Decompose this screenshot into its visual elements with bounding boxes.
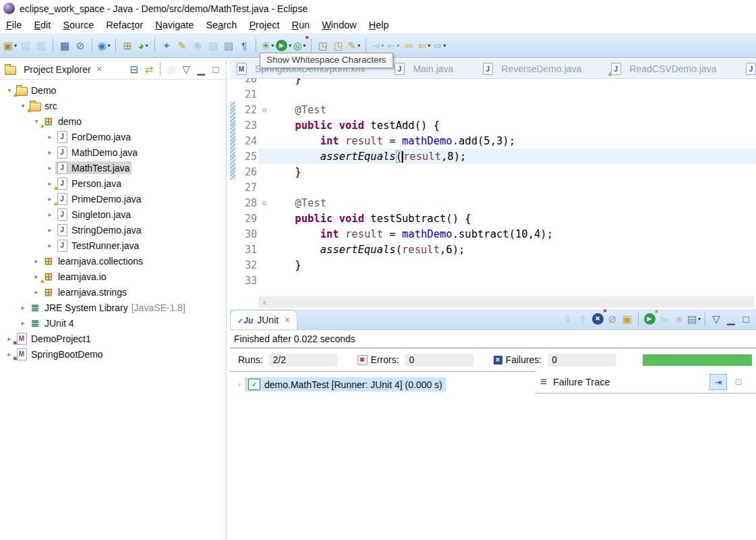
dropdown-arrow-icon[interactable]: ▾ xyxy=(14,43,17,49)
tree-item-body[interactable]: ⊞learnjava.collections xyxy=(42,254,145,267)
chevron-right-icon[interactable]: ▸ xyxy=(31,257,42,265)
editor-tab-replacestr[interactable]: JReplaceStr xyxy=(745,63,756,75)
dropdown-arrow-icon[interactable]: ▾ xyxy=(397,43,399,49)
tree-item-mathdemo-java[interactable]: ▸JMathDemo.java xyxy=(0,144,226,160)
dropdown-arrow-icon[interactable]: ▾ xyxy=(271,43,274,49)
maximize-icon[interactable]: □ xyxy=(738,310,753,327)
menu-window[interactable]: Window xyxy=(316,18,363,32)
chevron-right-icon[interactable]: › xyxy=(234,381,245,388)
search-icon[interactable]: ✎▾ xyxy=(347,37,361,53)
start-server-icon[interactable]: ◕▾ xyxy=(136,37,150,53)
tree-item-body[interactable]: ⊞learnjava.strings xyxy=(42,286,129,298)
show-failures-only-icon[interactable]: ✖✖ xyxy=(590,310,605,327)
code-editor[interactable]: 20 }2122⊖ @Test23 public void testAdd() … xyxy=(230,78,756,295)
tree-item-demo[interactable]: ▾▲Demo xyxy=(0,82,226,98)
code-line-28[interactable]: 28⊖ @Test xyxy=(230,195,756,211)
test-suite-row[interactable]: › ✓ demo.MathTest [Runner: JUnit 4] (0.0… xyxy=(230,377,535,392)
code-line-29[interactable]: 29 public void testSubtract() { xyxy=(230,211,756,226)
scroll-lock-icon[interactable]: ▣ xyxy=(620,310,635,327)
code-line-22[interactable]: 22⊖ @Test xyxy=(230,102,756,117)
chevron-right-icon[interactable]: ▸ xyxy=(31,288,42,296)
horizontal-scrollbar[interactable]: ‹ xyxy=(258,296,755,308)
menu-project[interactable]: Project xyxy=(243,18,285,32)
link-with-editor-icon[interactable]: ⇄ xyxy=(142,61,156,78)
debug-icon[interactable]: ✳▾ xyxy=(260,37,275,53)
tree-item-body[interactable]: ≣JRE System Library[JavaSE-1.8] xyxy=(28,301,187,314)
code-line-23[interactable]: 23 public void testAdd() { xyxy=(230,117,756,133)
collapse-all-icon[interactable]: ⊟ xyxy=(127,61,142,78)
code-line-27[interactable]: 27 xyxy=(230,180,756,195)
new-wizard-icon[interactable]: ▣▾ xyxy=(3,37,18,53)
selected-test-suite[interactable]: ✓ demo.MathTest [Runner: JUnit 4] (0.000… xyxy=(245,377,446,392)
tree-item-springbootdemo[interactable]: ▸M✖SpringBootDemo xyxy=(0,346,226,362)
menu-help[interactable]: Help xyxy=(363,18,395,32)
chevron-right-icon[interactable]: ▸ xyxy=(45,148,55,156)
open-console-icon[interactable]: ▦ xyxy=(57,37,72,53)
dropdown-arrow-icon[interactable]: ▾ xyxy=(381,43,384,49)
close-icon[interactable]: ✕ xyxy=(96,65,103,74)
tree-item-stringdemo-java[interactable]: ▸JStringDemo.java xyxy=(0,222,226,238)
tree-item-junit-4[interactable]: ▸≣JUnit 4 xyxy=(0,315,226,331)
tree-item-primedemo-java[interactable]: ▸J▲PrimeDemo.java xyxy=(0,191,226,207)
show-skipped-tests-icon[interactable]: ⊘ xyxy=(605,310,620,327)
show-whitespace-icon[interactable]: ¶ xyxy=(237,37,252,53)
tree-item-body[interactable]: ▲Demo xyxy=(15,84,58,97)
editor-tab-readcsvdemo-java[interactable]: J▲ReadCSVDemo.java xyxy=(610,63,716,75)
test-run-history-icon[interactable]: ▤▾ xyxy=(687,310,701,327)
back-icon[interactable]: ⇦▾ xyxy=(417,37,432,53)
tree-item-src[interactable]: ▾▲src xyxy=(0,98,226,113)
tree-item-body[interactable]: JMathDemo.java xyxy=(55,146,140,159)
open-web-browser-icon[interactable]: ◉▾ xyxy=(96,37,111,53)
menu-navigate[interactable]: Navigate xyxy=(149,18,200,32)
tree-item-body[interactable]: M✖SpringBootDemo xyxy=(15,348,105,360)
scroll-left-icon[interactable]: ‹ xyxy=(263,297,266,307)
tree-item-demo[interactable]: ▾⊞▲demo xyxy=(0,113,226,129)
code-line-25[interactable]: 25 assertEquals(result,8); xyxy=(230,148,756,164)
dropdown-arrow-icon[interactable]: ▾ xyxy=(289,43,291,49)
view-menu-icon[interactable]: ▽ xyxy=(709,310,724,327)
tree-item-testrunner-java[interactable]: ▸JTestRunner.java xyxy=(0,238,226,253)
tree-item-body[interactable]: J▲PrimeDemo.java xyxy=(55,192,143,205)
chevron-right-icon[interactable]: ▸ xyxy=(18,304,28,311)
dropdown-arrow-icon[interactable]: ▾ xyxy=(146,43,148,49)
tree-item-person-java[interactable]: ▸J▲Person.java xyxy=(0,176,226,191)
menu-search[interactable]: Search xyxy=(200,18,243,32)
paintbrush-icon[interactable]: ✎ xyxy=(175,37,190,53)
new-java-project-icon[interactable]: ⊞ xyxy=(120,37,135,53)
dropdown-arrow-icon[interactable]: ▾ xyxy=(357,43,360,49)
show-stack-trace-in-console-icon[interactable]: ⇥ xyxy=(709,374,727,390)
chevron-right-icon[interactable]: ▸ xyxy=(45,226,55,234)
tree-item-body[interactable]: JTestRunner.java xyxy=(55,239,141,252)
code-line-26[interactable]: 26 } xyxy=(230,164,756,180)
fold-marker-icon[interactable]: ⊖ xyxy=(259,105,270,115)
tab-junit[interactable]: ✓Ju JUnit ✕ xyxy=(230,310,297,329)
show-previous-failure-icon[interactable]: ⇧ xyxy=(575,310,590,327)
editor-tab-main-java[interactable]: JMain.java xyxy=(393,63,453,75)
code-line-30[interactable]: 30 int result = mathDemo.subtract(10,4); xyxy=(230,226,756,242)
tree-item-body[interactable]: ⊞▲learnjava.io xyxy=(42,270,109,283)
menu-file[interactable]: File xyxy=(0,18,28,32)
tree-item-fordemo-java[interactable]: ▸JForDemo.java xyxy=(0,129,226,144)
dropdown-arrow-icon[interactable]: ▾ xyxy=(428,43,430,49)
menu-run[interactable]: Run xyxy=(286,18,316,32)
tab-project-explorer[interactable]: Project Explorer ✕ xyxy=(4,63,103,75)
tree-item-mathtest-java[interactable]: ▸JMathTest.java xyxy=(0,160,226,176)
close-icon[interactable]: ✕ xyxy=(284,316,290,325)
menu-refactor[interactable]: Refactor xyxy=(100,18,149,32)
editor-tab-reversedemo-java[interactable]: JReverseDemo.java xyxy=(482,63,581,75)
open-type-icon[interactable]: ◳ xyxy=(316,37,330,53)
coverage-icon[interactable]: ◎✖▾ xyxy=(292,37,307,53)
dropdown-arrow-icon[interactable]: ▾ xyxy=(108,43,111,49)
minimize-icon[interactable]: ▁ xyxy=(194,61,208,78)
run-icon[interactable]: ▶▾ xyxy=(276,37,291,53)
tree-item-body[interactable]: ▲src xyxy=(28,99,59,112)
tree-item-singleton-java[interactable]: ▸JSingleton.java xyxy=(0,207,226,222)
code-line-20[interactable]: 20 } xyxy=(230,78,756,86)
code-line-32[interactable]: 32 } xyxy=(230,257,756,273)
forward-icon[interactable]: ⇨▾ xyxy=(432,37,447,53)
chevron-right-icon[interactable]: ▸ xyxy=(45,211,55,218)
rerun-test-icon[interactable]: ▶▲ xyxy=(642,310,657,327)
chevron-right-icon[interactable]: ▸ xyxy=(18,319,28,327)
maximize-icon[interactable]: □ xyxy=(208,61,223,78)
skip-all-breakpoints-icon[interactable]: ⊘ xyxy=(73,37,88,53)
